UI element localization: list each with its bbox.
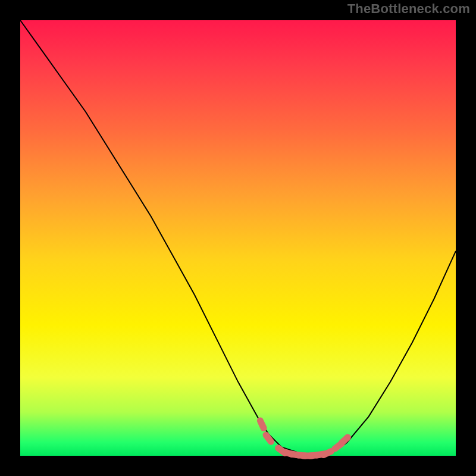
curve-svg (20, 20, 456, 456)
chart-frame: TheBottleneck.com (0, 0, 476, 476)
valley-marker (260, 421, 264, 428)
bottleneck-curve (20, 20, 456, 456)
valley-marker (324, 452, 331, 455)
watermark-text: TheBottleneck.com (347, 1, 470, 17)
plot-area (20, 20, 456, 456)
valley-marker (342, 437, 347, 443)
valley-marker (266, 435, 271, 441)
